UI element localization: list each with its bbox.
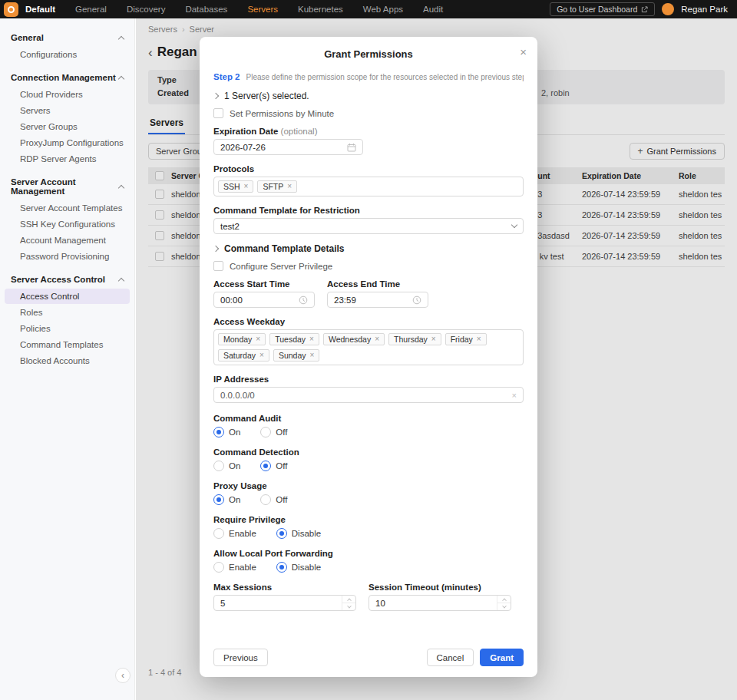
expiration-date-input[interactable]: 2026-07-26 xyxy=(213,139,363,155)
modal-footer: Previous Cancel Grant xyxy=(200,649,537,677)
user-avatar[interactable] xyxy=(662,3,674,15)
sidebar-collapse-button[interactable]: ‹ xyxy=(115,668,131,683)
nav-item-databases[interactable]: Databases xyxy=(185,5,227,14)
protocols-input[interactable]: SSH×SFTP× xyxy=(213,177,524,196)
tag-sunday: Sunday× xyxy=(273,349,319,362)
org-selector[interactable]: Default xyxy=(25,5,55,14)
chevron-up-icon xyxy=(118,75,124,81)
sidebar-item-rdp-server-agents[interactable]: RDP Server Agents xyxy=(5,151,130,167)
remove-tag-icon[interactable]: × xyxy=(375,335,379,343)
remove-tag-icon[interactable]: × xyxy=(256,335,260,343)
access-end-time-input[interactable]: 23:59 xyxy=(327,292,428,308)
ip-addresses-input[interactable]: 0.0.0.0/0 × xyxy=(213,387,524,403)
clear-icon[interactable]: × xyxy=(512,391,517,400)
field-label: Access Start Time xyxy=(213,279,315,289)
sidebar-item-command-templates[interactable]: Command Templates xyxy=(5,337,130,352)
sidebar-section-header-server-access-control[interactable]: Server Access Control xyxy=(0,271,134,288)
sidebar: GeneralConfigurationsConnection Manageme… xyxy=(0,18,135,700)
nav-item-kubernetes[interactable]: Kubernetes xyxy=(298,5,343,14)
stepper-down-icon[interactable] xyxy=(342,603,355,610)
step-badge: Step 2 xyxy=(213,72,240,81)
sidebar-item-account-management[interactable]: Account Management xyxy=(5,233,130,248)
command-template-select[interactable]: test2 xyxy=(213,218,524,234)
radio-command-audit-off[interactable]: Off xyxy=(260,427,287,438)
radio-group-require-privilege: Require PrivilegeEnableDisable xyxy=(213,515,524,540)
radio-require-privilege-disable[interactable]: Disable xyxy=(276,528,321,539)
sidebar-item-policies[interactable]: Policies xyxy=(5,321,130,336)
sidebar-item-server-groups[interactable]: Server Groups xyxy=(5,119,130,134)
sidebar-item-blocked-accounts[interactable]: Blocked Accounts xyxy=(5,353,130,368)
nav-item-servers[interactable]: Servers xyxy=(247,5,278,14)
radio-icon xyxy=(213,494,224,505)
go-to-user-dashboard-button[interactable]: Go to User Dashboard xyxy=(550,2,655,16)
session-timeout-input[interactable]: 10 xyxy=(368,595,511,611)
radio-command-detection-on[interactable]: On xyxy=(213,461,240,471)
sidebar-item-servers[interactable]: Servers xyxy=(5,103,130,118)
remove-tag-icon[interactable]: × xyxy=(287,183,292,190)
sidebar-section-header-general[interactable]: General xyxy=(0,29,134,46)
radio-group-command-audit: Command AuditOnOff xyxy=(213,414,524,438)
sidebar-item-roles[interactable]: Roles xyxy=(5,305,130,320)
configure-server-privilege-checkbox[interactable]: Configure Server Privilege xyxy=(213,261,524,271)
sidebar-section-header-server-account-management[interactable]: Server Account Management xyxy=(0,173,134,200)
grant-button[interactable]: Grant xyxy=(480,649,524,666)
user-name[interactable]: Regan Park xyxy=(681,5,728,14)
set-permissions-by-minute-checkbox[interactable]: Set Permissions by Minute xyxy=(213,108,524,118)
app-logo-icon[interactable] xyxy=(4,2,18,17)
radio-command-audit-on[interactable]: On xyxy=(213,427,240,438)
sidebar-item-access-control[interactable]: Access Control xyxy=(5,289,130,304)
radio-proxy-usage-on[interactable]: On xyxy=(213,494,240,505)
expiration-date-field: Expiration Date (optional) 2026-07-26 xyxy=(213,127,524,155)
access-weekday-input[interactable]: Monday×Tuesday×Wednesday×Thursday×Friday… xyxy=(213,329,524,365)
remove-tag-icon[interactable]: × xyxy=(244,183,249,190)
stepper-up-icon[interactable] xyxy=(497,596,511,603)
stepper-down-icon[interactable] xyxy=(497,603,511,610)
command-template-details-toggle[interactable]: Command Template Details xyxy=(213,243,524,254)
radio-group-label: Proxy Usage xyxy=(213,481,524,490)
clock-icon xyxy=(412,296,421,305)
previous-button[interactable]: Previous xyxy=(213,649,268,666)
sidebar-sections: GeneralConfigurationsConnection Manageme… xyxy=(0,29,134,368)
remove-tag-icon[interactable]: × xyxy=(431,335,436,343)
radio-allow-local-port-forwarding-enable[interactable]: Enable xyxy=(213,562,256,573)
servers-selected-toggle[interactable]: 1 Server(s) selected. xyxy=(213,91,524,101)
remove-tag-icon[interactable]: × xyxy=(477,335,481,343)
max-sessions-input[interactable]: 5 xyxy=(213,595,356,611)
nav-item-web-apps[interactable]: Web Apps xyxy=(363,5,403,14)
access-start-time-input[interactable]: 00:00 xyxy=(213,292,315,308)
modal-title: Grant Permissions xyxy=(213,48,524,60)
radio-icon xyxy=(276,528,287,539)
tag-monday: Monday× xyxy=(218,333,266,345)
sidebar-item-server-account-templates[interactable]: Server Account Templates xyxy=(5,200,130,216)
nav-item-discovery[interactable]: Discovery xyxy=(127,5,165,14)
command-template-field: Command Template for Restriction test2 xyxy=(213,206,524,234)
stepper-up-icon[interactable] xyxy=(342,596,355,603)
access-end-time-field: Access End Time 23:59 xyxy=(327,279,428,308)
sidebar-item-ssh-key-configurations[interactable]: SSH Key Configurations xyxy=(5,216,130,232)
radio-proxy-usage-off[interactable]: Off xyxy=(260,494,287,505)
max-sessions-field: Max Sessions 5 xyxy=(213,583,356,611)
sidebar-item-configurations[interactable]: Configurations xyxy=(5,47,130,62)
sidebar-item-cloud-providers[interactable]: Cloud Providers xyxy=(5,87,130,102)
radio-group-proxy-usage: Proxy UsageOnOff xyxy=(213,481,524,506)
radio-require-privilege-enable[interactable]: Enable xyxy=(213,528,256,539)
remove-tag-icon[interactable]: × xyxy=(310,352,315,359)
sidebar-section-connection-management: Connection ManagementCloud ProvidersServ… xyxy=(0,69,134,167)
remove-tag-icon[interactable]: × xyxy=(309,335,314,343)
sidebar-item-password-provisioning[interactable]: Password Provisioning xyxy=(5,249,130,264)
nav-item-general[interactable]: General xyxy=(75,5,107,14)
sidebar-item-proxyjump-configurations[interactable]: ProxyJump Configurations xyxy=(5,135,130,150)
tag-saturday: Saturday× xyxy=(218,349,269,362)
tag-tuesday: Tuesday× xyxy=(269,333,319,345)
sidebar-section-header-connection-management[interactable]: Connection Management xyxy=(0,69,134,86)
logo-ring-icon xyxy=(8,6,15,13)
radio-command-detection-off[interactable]: Off xyxy=(260,461,287,471)
close-icon[interactable]: × xyxy=(520,46,527,58)
chevron-up-icon xyxy=(118,184,124,190)
cancel-button[interactable]: Cancel xyxy=(427,649,474,666)
nav-item-audit[interactable]: Audit xyxy=(423,5,443,14)
step-row: Step 2 Please define the permission scop… xyxy=(213,72,524,81)
radio-allow-local-port-forwarding-disable[interactable]: Disable xyxy=(276,562,321,573)
remove-tag-icon[interactable]: × xyxy=(259,352,264,359)
radio-icon xyxy=(260,494,271,505)
